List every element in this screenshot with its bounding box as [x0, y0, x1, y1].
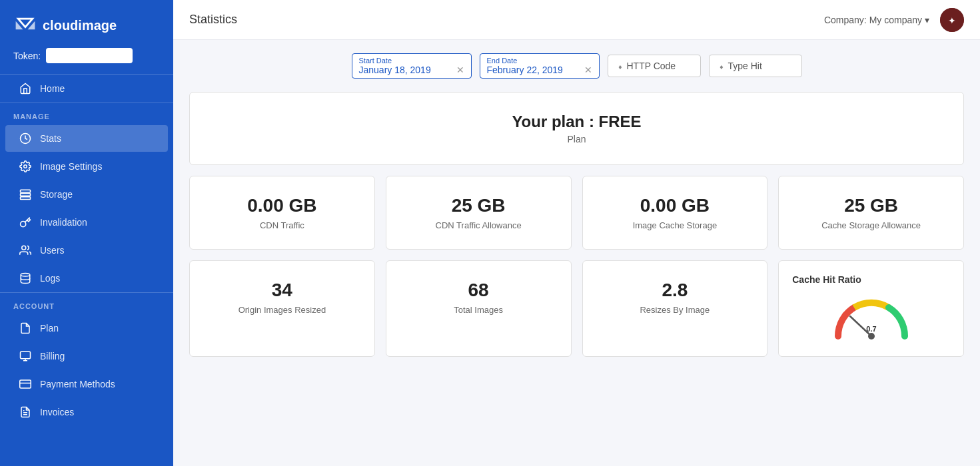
svg-rect-5: [21, 190, 31, 192]
cdn-traffic-allowance-value: 25 GB: [400, 195, 558, 216]
token-area: Token:: [0, 48, 173, 74]
svg-marker-0: [18, 19, 33, 27]
users-icon: [19, 244, 32, 257]
svg-rect-13: [20, 380, 31, 388]
plan-icon: [19, 322, 32, 335]
image-cache-storage-label: Image Cache Storage: [596, 220, 754, 230]
image-settings-icon: [19, 160, 32, 173]
logs-icon: [19, 272, 32, 285]
cache-hit-ratio-title: Cache Hit Ratio: [792, 274, 950, 285]
page-title: Statistics: [189, 13, 237, 27]
cdn-traffic-allowance-label: CDN Traffic Allowance: [400, 220, 558, 230]
end-date-row: February 22, 2019 ✕: [487, 65, 592, 75]
stats-icon: [19, 132, 32, 145]
manage-section-label: MANAGE: [0, 103, 173, 124]
sidebar-item-billing[interactable]: Billing: [5, 343, 168, 369]
billing-icon: [19, 350, 32, 363]
svg-point-20: [868, 333, 875, 340]
stats-row-2: 34 Origin Images Resized 68 Total Images…: [189, 260, 964, 357]
logo: cloudimage: [0, 0, 173, 48]
sidebar-item-label: Invoices: [40, 407, 74, 417]
sidebar-item-invoices[interactable]: Invoices: [5, 399, 168, 425]
origin-images-resized-value: 34: [203, 280, 361, 301]
svg-rect-10: [21, 351, 31, 359]
end-date-clear-button[interactable]: ✕: [584, 65, 592, 75]
resizes-by-image-card: 2.8 Resizes By Image: [582, 260, 768, 357]
start-date-field[interactable]: Start Date January 18, 2019 ✕: [352, 53, 472, 79]
sidebar-item-image-settings[interactable]: Image Settings: [5, 153, 168, 180]
sidebar-item-users[interactable]: Users: [5, 237, 168, 264]
company-selector[interactable]: Company: My company ▾: [824, 15, 929, 25]
cache-hit-ratio-card: Cache Hit Ratio: [778, 260, 964, 357]
sidebar-item-label: Storage: [40, 189, 73, 200]
total-images-label: Total Images: [400, 305, 558, 315]
svg-text:✦: ✦: [948, 15, 956, 26]
token-input[interactable]: [46, 48, 133, 63]
cache-storage-allowance-value: 25 GB: [792, 195, 950, 216]
gauge-container: 0.7: [792, 293, 950, 343]
plan-card: Your plan : FREE Plan: [189, 92, 964, 165]
sidebar-item-label: Plan: [40, 323, 59, 334]
end-date-field[interactable]: End Date February 22, 2019 ✕: [480, 53, 600, 79]
invalidation-icon: [19, 216, 32, 229]
logo-text: cloudimage: [43, 18, 117, 33]
total-images-card: 68 Total Images: [386, 260, 572, 357]
svg-point-8: [22, 246, 26, 250]
filter-bar: Start Date January 18, 2019 ✕ End Date F…: [189, 53, 964, 79]
token-label: Token:: [13, 51, 41, 61]
sidebar-item-home[interactable]: Home: [5, 75, 168, 102]
filter-icon: ⬧: [618, 61, 623, 71]
payment-icon: [19, 377, 32, 391]
gauge-chart: 0.7: [831, 293, 911, 343]
cdn-traffic-allowance-card: 25 GB CDN Traffic Allowance: [386, 176, 572, 250]
filter-icon2: ⬧: [719, 61, 724, 71]
company-label: Company: My company: [824, 15, 922, 25]
sidebar-item-logs[interactable]: Logs: [5, 265, 168, 292]
cdn-traffic-value: 0.00 GB: [203, 195, 361, 216]
svg-rect-7: [21, 197, 31, 200]
start-date-clear-button[interactable]: ✕: [456, 65, 464, 75]
sidebar: cloudimage Token: Home MANAGE Stats Imag…: [0, 0, 173, 466]
start-date-label: Start Date: [359, 57, 464, 65]
header: Statistics Company: My company ▾ ✦: [173, 0, 980, 40]
image-cache-storage-card: 0.00 GB Image Cache Storage: [582, 176, 768, 250]
sidebar-item-label: Billing: [40, 351, 65, 361]
sidebar-item-plan[interactable]: Plan: [5, 315, 168, 342]
image-cache-storage-value: 0.00 GB: [596, 195, 754, 216]
total-images-value: 68: [400, 280, 558, 301]
start-date-value: January 18, 2019: [359, 65, 431, 75]
invoices-icon: [19, 405, 32, 419]
origin-images-resized-card: 34 Origin Images Resized: [189, 260, 375, 357]
account-section-label: ACCOUNT: [0, 293, 173, 314]
start-date-row: January 18, 2019 ✕: [359, 65, 464, 75]
header-right: Company: My company ▾ ✦: [824, 8, 964, 32]
svg-text:0.7: 0.7: [866, 325, 876, 333]
main-content: Statistics Company: My company ▾ ✦ Start…: [173, 0, 980, 466]
storage-icon: [19, 188, 32, 201]
sidebar-item-label: Users: [40, 245, 65, 256]
sidebar-item-label: Invalidation: [40, 217, 87, 228]
origin-images-resized-label: Origin Images Resized: [203, 305, 361, 315]
sidebar-divider-home: [0, 74, 173, 75]
type-hit-label: Type Hit: [728, 61, 762, 71]
avatar[interactable]: ✦: [940, 8, 964, 32]
cache-storage-allowance-card: 25 GB Cache Storage Allowance: [778, 176, 964, 250]
end-date-value: February 22, 2019: [487, 65, 563, 75]
logo-icon: [13, 13, 37, 37]
http-code-label: HTTP Code: [627, 61, 676, 71]
plan-subtitle: Plan: [210, 134, 943, 144]
avatar-image: ✦: [940, 8, 964, 32]
type-hit-filter[interactable]: ⬧ Type Hit: [709, 55, 802, 77]
end-date-label: End Date: [487, 57, 592, 65]
svg-point-4: [24, 165, 27, 168]
sidebar-item-stats[interactable]: Stats: [5, 125, 168, 152]
sidebar-item-invalidation[interactable]: Invalidation: [5, 209, 168, 236]
sidebar-item-payment-methods[interactable]: Payment Methods: [5, 371, 168, 397]
chevron-down-icon: ▾: [925, 15, 929, 25]
sidebar-item-storage[interactable]: Storage: [5, 181, 168, 208]
cdn-traffic-label: CDN Traffic: [203, 220, 361, 230]
http-code-filter[interactable]: ⬧ HTTP Code: [608, 55, 701, 77]
svg-point-9: [21, 274, 30, 277]
sidebar-item-label: Image Settings: [40, 161, 102, 172]
plan-title: Your plan : FREE: [210, 113, 943, 131]
